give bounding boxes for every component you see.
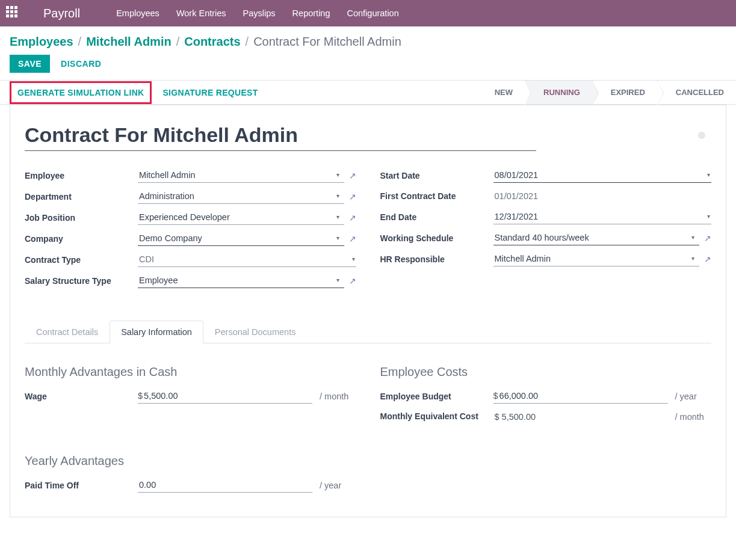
- top-bar: Payroll Employees Work Entries Payslips …: [0, 0, 736, 26]
- contract-title-input[interactable]: [25, 123, 536, 151]
- yearly-advantages-title: Yearly Advantages: [25, 454, 356, 468]
- external-link-icon[interactable]: ↗: [704, 254, 711, 264]
- first-contract-date-value: 01/01/2021: [493, 189, 712, 203]
- breadcrumb-separator: /: [246, 35, 249, 49]
- breadcrumb: Employees / Mitchell Admin / Contracts /…: [0, 26, 736, 55]
- salary-structure-type-label: Salary Structure Type: [25, 276, 138, 286]
- top-nav: Employees Work Entries Payslips Reportin…: [116, 8, 399, 18]
- breadcrumb-separator: /: [176, 35, 180, 49]
- pto-unit: / year: [320, 481, 341, 490]
- working-schedule-field[interactable]: [493, 230, 700, 245]
- status-running[interactable]: RUNNING: [525, 81, 592, 104]
- priority-indicator[interactable]: [698, 132, 705, 139]
- nav-configuration[interactable]: Configuration: [347, 8, 398, 18]
- employee-costs-section: Employee Costs Employee Budget $ / year …: [380, 365, 712, 430]
- generate-simulation-link-button[interactable]: GENERATE SIMULATION LINK: [10, 81, 152, 104]
- breadcrumb-separator: /: [78, 35, 82, 49]
- budget-unit: / year: [675, 392, 697, 401]
- external-link-icon[interactable]: ↗: [704, 233, 711, 243]
- employee-budget-input[interactable]: [498, 389, 668, 403]
- status-expired[interactable]: EXPIRED: [592, 81, 657, 104]
- breadcrumb-current: Contract For Mitchell Admin: [253, 35, 401, 49]
- start-date-field[interactable]: [493, 168, 712, 183]
- monthly-advantages-title: Monthly Advantages in Cash: [25, 365, 356, 379]
- employee-costs-title: Employee Costs: [380, 365, 712, 379]
- tab-personal-documents[interactable]: Personal Documents: [203, 321, 308, 343]
- company-field[interactable]: [138, 231, 344, 246]
- external-link-icon[interactable]: ↗: [349, 234, 356, 244]
- first-contract-date-label: First Contract Date: [380, 191, 493, 201]
- hr-responsible-field[interactable]: [493, 251, 700, 266]
- employee-label: Employee: [25, 171, 138, 180]
- budget-currency: $: [493, 391, 498, 401]
- wage-unit: / month: [320, 392, 348, 401]
- nav-reporting[interactable]: Reporting: [292, 8, 330, 18]
- contract-type-label: Contract Type: [25, 255, 138, 265]
- job-position-label: Job Position: [25, 213, 138, 223]
- mec-label: Monthly Equivalent Cost: [380, 411, 493, 423]
- toolbar-actions: GENERATE SIMULATION LINK SIGNATURE REQUE…: [10, 82, 258, 103]
- breadcrumb-contracts[interactable]: Contracts: [184, 35, 240, 49]
- external-link-icon[interactable]: ↗: [349, 276, 356, 286]
- breadcrumb-employees[interactable]: Employees: [10, 35, 73, 49]
- salary-structure-type-field[interactable]: [138, 273, 344, 288]
- tab-salary-information[interactable]: Salary Information: [110, 321, 203, 343]
- status-new[interactable]: NEW: [477, 81, 525, 104]
- wage-currency: $: [138, 391, 143, 401]
- action-row: SAVE DISCARD: [0, 55, 736, 80]
- status-cancelled[interactable]: CANCELLED: [657, 81, 736, 104]
- breadcrumb-employee[interactable]: Mitchell Admin: [86, 35, 171, 49]
- department-field[interactable]: [138, 189, 344, 204]
- external-link-icon[interactable]: ↗: [349, 213, 356, 223]
- signature-request-button[interactable]: SIGNATURE REQUEST: [162, 88, 258, 97]
- mec-value: $ 5,500.00: [493, 410, 668, 424]
- nav-work-entries[interactable]: Work Entries: [176, 8, 226, 18]
- monthly-advantages-section: Monthly Advantages in Cash Wage $ / mont…: [25, 365, 356, 430]
- working-schedule-label: Working Schedule: [380, 233, 493, 243]
- external-link-icon[interactable]: ↗: [349, 192, 356, 202]
- save-button[interactable]: SAVE: [10, 55, 50, 73]
- toolbar: GENERATE SIMULATION LINK SIGNATURE REQUE…: [0, 80, 736, 105]
- employee-budget-label: Employee Budget: [380, 392, 493, 401]
- apps-icon[interactable]: [6, 6, 20, 20]
- company-label: Company: [25, 234, 138, 244]
- mec-unit: / month: [675, 412, 704, 422]
- nav-employees[interactable]: Employees: [116, 8, 159, 18]
- fields-left-col: Employee ▾ ↗ Department ▾ ↗ Job Position: [25, 168, 356, 294]
- external-link-icon[interactable]: ↗: [349, 171, 356, 180]
- wage-input[interactable]: [143, 389, 312, 403]
- hr-responsible-label: HR Responsible: [380, 254, 493, 264]
- pto-input[interactable]: [138, 478, 312, 492]
- tab-contract-details[interactable]: Contract Details: [25, 321, 110, 343]
- start-date-label: Start Date: [380, 171, 493, 180]
- end-date-field[interactable]: [493, 209, 712, 224]
- tabs: Contract Details Salary Information Pers…: [25, 321, 711, 343]
- status-bar: NEW RUNNING EXPIRED CANCELLED: [477, 81, 736, 104]
- discard-button[interactable]: DISCARD: [61, 59, 101, 69]
- employee-field[interactable]: [138, 168, 344, 183]
- app-title: Payroll: [43, 7, 80, 20]
- department-label: Department: [25, 192, 138, 202]
- contract-type-field[interactable]: [138, 252, 356, 267]
- fields-right-col: Start Date ▾ First Contract Date 01/01/2…: [380, 168, 712, 294]
- pto-label: Paid Time Off: [25, 481, 138, 490]
- form-sheet: Employee ▾ ↗ Department ▾ ↗ Job Position: [10, 105, 726, 517]
- yearly-advantages-section: Yearly Advantages Paid Time Off / year: [25, 454, 356, 499]
- job-position-field[interactable]: [138, 210, 344, 225]
- nav-payslips[interactable]: Payslips: [243, 8, 276, 18]
- end-date-label: End Date: [380, 212, 493, 222]
- wage-label: Wage: [25, 392, 138, 401]
